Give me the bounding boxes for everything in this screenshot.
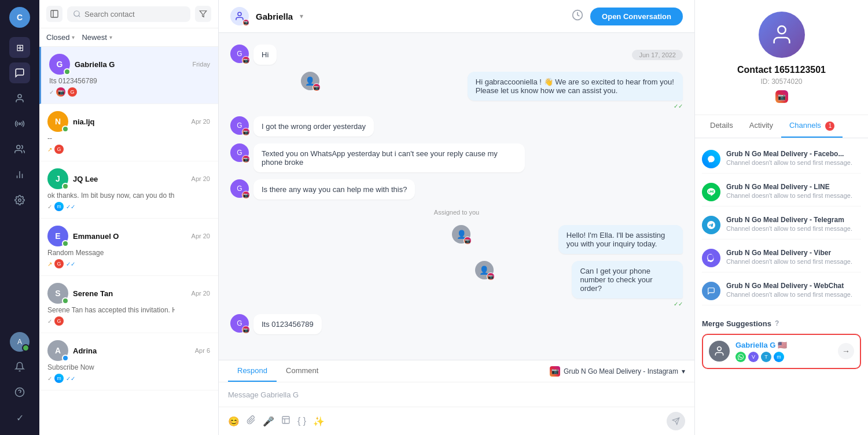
telegram-merge-icon: T [761, 352, 771, 362]
nav-agent-avatar[interactable]: A [10, 332, 30, 352]
merge-card[interactable]: Gabriella G 🇺🇸 V T m → [702, 334, 861, 369]
tab-comment[interactable]: Comment [277, 360, 328, 382]
bell-icon[interactable] [9, 356, 30, 377]
telegram-channel-icon[interactable] [702, 216, 720, 234]
gmail-tag-icon: G [54, 259, 64, 268]
chat-input-box[interactable] [219, 382, 694, 407]
channel-selector[interactable]: 📷 Grub N Go Meal Delivery - Instagram ▾ [550, 366, 685, 377]
message-input[interactable] [228, 390, 685, 399]
messenger-tag-icon: m [54, 202, 64, 211]
channels-badge: 1 [825, 121, 834, 131]
timer-icon[interactable] [572, 9, 583, 24]
broadcast-icon[interactable] [9, 113, 30, 134]
help-icon[interactable] [9, 382, 30, 403]
conv-preview: Serene Tan has accepted this invitation.… [47, 306, 175, 314]
layout-icon[interactable]: ⊞ [9, 37, 30, 58]
agent-avatar: 👤 📷 [301, 72, 319, 90]
ai-icon[interactable]: ✨ [313, 416, 325, 427]
nav-user-initial[interactable]: C [9, 7, 30, 28]
message-row: G 📷 Its 0123456789 [230, 314, 683, 334]
conv-item-nialjq[interactable]: N nia.ljq Apr 20 -- ↗ G [39, 104, 218, 161]
svg-point-0 [18, 94, 21, 98]
line-channel-icon[interactable] [702, 183, 720, 201]
chat-icon[interactable] [9, 62, 30, 83]
message-avatar: G 📷 [230, 179, 249, 198]
help-icon[interactable]: ? [775, 319, 779, 327]
reports-icon[interactable] [9, 164, 30, 185]
filter-button[interactable] [195, 6, 211, 22]
chat-area: 📷 Gabriella ▾ Open Conversation G 📷 Hi J… [219, 0, 694, 435]
conv-preview: Its 0123456789 [49, 77, 176, 85]
search-icon [73, 10, 81, 18]
svg-rect-9 [51, 10, 58, 17]
conv-tags: ✓ m ✓✓ [47, 374, 210, 383]
conv-tags: ✓ G [47, 316, 210, 326]
open-conversation-button[interactable]: Open Conversation [590, 8, 683, 25]
settings-icon[interactable] [9, 190, 30, 211]
conv-item-jqlee[interactable]: J JQ Lee Apr 20 ok thanks. Im bit busy n… [39, 161, 218, 219]
tab-activity[interactable]: Activity [741, 115, 781, 138]
contacts-icon[interactable] [9, 88, 30, 109]
contact-name: Contact 1651123501 [707, 65, 856, 75]
merge-arrow-button[interactable]: → [838, 343, 854, 359]
messenger-channel-icon[interactable] [702, 150, 720, 168]
webchat-channel-icon[interactable] [702, 282, 720, 300]
variable-icon[interactable]: { } [297, 416, 306, 426]
conv-filter-bar: Closed ▾ Newest ▾ [39, 28, 218, 47]
chat-input-area: Respond Comment 📷 Grub N Go Meal Deliver… [219, 360, 694, 435]
date-divider: Jun 17, 2022 [632, 50, 683, 60]
contact-profile: Contact 1651123501 ID: 30574020 📷 [695, 0, 868, 115]
viber-merge-icon: V [748, 352, 759, 362]
conv-name: Adrina [73, 346, 190, 355]
svg-point-21 [778, 26, 785, 34]
chat-toolbar: 😊 🎤 { } ✨ [219, 407, 694, 435]
arrow-icon: ↗ [47, 261, 52, 267]
channel-item-line: Grub N Go Meal Delivery - LINE Channel d… [702, 178, 861, 207]
search-box[interactable] [67, 6, 190, 22]
conv-time: Apr 20 [192, 290, 210, 297]
conv-item-gabriella[interactable]: G Gabriella G Friday Its 0123456789 ✓ 📷 … [39, 47, 218, 104]
channels-list: Grub N Go Meal Delivery - Facebo... Chan… [695, 138, 868, 312]
conv-item-adrina[interactable]: A Adrina Apr 6 Subscribe Now ✓ m ✓✓ [39, 333, 218, 390]
merge-suggestions-section: Merge Suggestions ? Gabriella G 🇺🇸 V T m… [695, 312, 868, 376]
conversation-panel: Closed ▾ Newest ▾ G Gabriella G Friday I… [39, 0, 219, 435]
viber-channel-icon[interactable] [702, 249, 720, 267]
chevron-down-icon[interactable]: ▾ [300, 12, 303, 20]
svg-point-6 [19, 199, 21, 202]
checkmark-icon[interactable]: ✓ [9, 407, 30, 428]
message-bubble: I got the wrong order yesterday [253, 116, 374, 137]
audio-icon[interactable]: 🎤 [263, 416, 274, 427]
emoji-icon[interactable]: 😊 [228, 416, 240, 427]
status-filter[interactable]: Closed ▾ [46, 33, 75, 42]
channel-desc: Channel doesn't allow to send first mess… [726, 291, 861, 298]
conv-preview: ok thanks. Im bit busy now, can you do t… [47, 191, 175, 200]
merge-contact-channels: V T m [735, 352, 832, 362]
instagram-tag-icon: 📷 [56, 87, 65, 97]
svg-point-14 [238, 12, 241, 16]
check-icon: ✓ [47, 375, 52, 382]
attachment-icon[interactable] [247, 415, 256, 427]
message-row-outbound: Hello! I'm Ella. I'll be assisting you w… [230, 225, 683, 254]
message-check: ✓✓ [674, 103, 683, 109]
merge-section-header: Merge Suggestions ? [702, 319, 861, 328]
avatar: N [47, 111, 68, 132]
whatsapp-merge-icon [735, 352, 746, 362]
tab-respond[interactable]: Respond [228, 360, 277, 382]
sort-filter[interactable]: Newest ▾ [82, 33, 112, 42]
chat-header-actions: Open Conversation [572, 8, 683, 25]
template-icon[interactable] [281, 415, 290, 427]
tab-details[interactable]: Details [702, 115, 741, 138]
channel-item-messenger: Grub N Go Meal Delivery - Facebo... Chan… [702, 145, 861, 174]
message-bubble: Is there any way you can help me with th… [253, 179, 415, 200]
conv-item-emmanuel[interactable]: E Emmanuel O Apr 20 Random Message ↗ G ✓… [39, 219, 218, 276]
sidebar-toggle-icon[interactable] [46, 6, 62, 22]
team-icon[interactable] [9, 139, 30, 160]
panel-tabs: Details Activity Channels 1 [695, 115, 868, 138]
conv-item-serene[interactable]: S Serene Tan Apr 20 Serene Tan has accep… [39, 276, 218, 333]
send-button[interactable] [667, 412, 685, 430]
assigned-label: Assigned to you [434, 207, 479, 218]
search-input[interactable] [84, 10, 185, 19]
tab-channels[interactable]: Channels 1 [781, 115, 843, 138]
messenger-merge-icon: m [774, 352, 784, 362]
message-row-outbound: Hi gabraccooniella ! 👋 We are so excited… [230, 72, 683, 109]
